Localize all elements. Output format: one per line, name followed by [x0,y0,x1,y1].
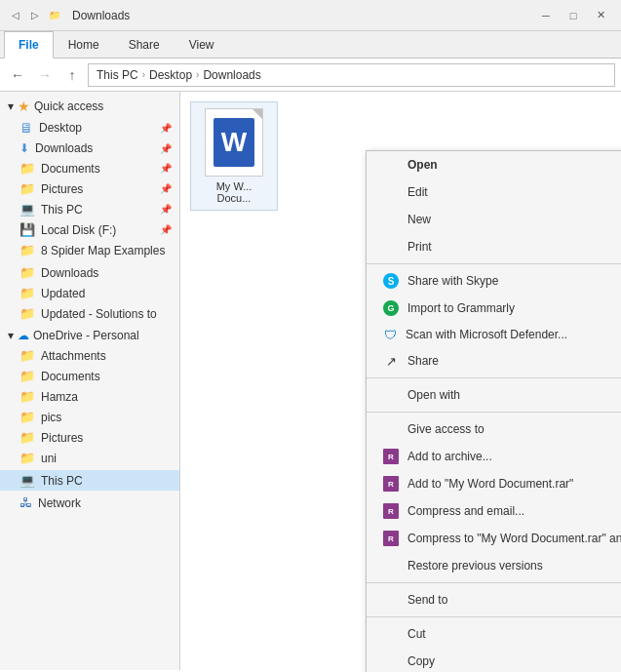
folder-icon-pics-od: 📁 [19,410,35,424]
ctx-divider-4 [367,582,621,583]
tab-view[interactable]: View [175,31,229,58]
file-item-word-doc[interactable]: W My W...Docu... [190,101,278,211]
ctx-edit-label: Edit [408,185,621,199]
close-button[interactable]: ✕ [588,6,613,25]
forward-icon: ▷ [27,8,43,23]
sidebar-item-spider[interactable]: 📁 8 Spider Map Examples [0,240,179,260]
sidebar-item-thispc-label: This PC [41,203,83,217]
ctx-compress-email[interactable]: R Compress and email... [367,497,621,525]
sidebar-item-documents[interactable]: 📁 Documents 📌 [0,158,179,178]
skype-icon: S [382,272,400,290]
sidebar-item-pictures[interactable]: 📁 Pictures 📌 [0,178,179,199]
ctx-share[interactable]: ↗ Share [367,347,621,375]
sidebar-item-attachments[interactable]: 📁 Attachments [0,345,179,366]
ctx-restore-label: Restore previous versions [408,559,621,573]
ctx-copy[interactable]: Copy [367,648,621,672]
drive-icon: 💾 [19,222,35,237]
pin-icon-4: 📌 [160,183,172,194]
sidebar: ▾ ★ Quick access 🖥 Desktop 📌 ⬇ Downloads… [0,92,180,670]
ctx-open[interactable]: Open [367,151,621,178]
sidebar-item-uni-label: uni [41,452,57,465]
back-button[interactable]: ← [6,63,29,87]
ctx-grammarly[interactable]: G Import to Grammarly [367,295,621,322]
maximize-button[interactable]: □ [561,6,586,25]
quick-access-header[interactable]: ▾ ★ Quick access [0,96,179,117]
folder-icon-doc-od: 📁 [19,369,35,383]
path-sep-2: › [196,69,199,80]
sidebar-item-pics[interactable]: 📁 pics [0,407,179,427]
ctx-edit[interactable]: Edit [367,178,621,206]
sidebar-item-pics-label: pics [41,411,61,424]
edit-icon [382,183,400,201]
sidebar-item-desktop-label: Desktop [39,121,82,135]
restore-icon [382,557,400,574]
ctx-share-skype[interactable]: S Share with Skype [367,267,621,295]
ctx-restore-versions[interactable]: Restore previous versions [367,552,621,579]
ctx-print-label: Print [408,240,621,254]
forward-button[interactable]: → [33,63,57,87]
tab-file[interactable]: File [4,31,54,59]
path-segment-downloads[interactable]: Downloads [203,68,260,82]
sidebar-item-localdisk[interactable]: 💾 Local Disk (F:) 📌 [0,219,179,240]
ctx-compress-myword-email[interactable]: R Compress to "My Word Document.rar" and… [367,525,621,552]
sidebar-item-downloads[interactable]: ⬇ Downloads 📌 [0,138,179,158]
ctx-print[interactable]: Print [367,233,621,260]
ctx-divider-2 [367,377,621,378]
ctx-give-access[interactable]: Give access to › [367,415,621,443]
onedrive-header[interactable]: ▾ ☁ OneDrive - Personal [0,326,179,345]
sidebar-item-thispc[interactable]: 💻 This PC 📌 [0,199,179,219]
ctx-divider-3 [367,412,621,413]
main-layout: ▾ ★ Quick access 🖥 Desktop 📌 ⬇ Downloads… [0,92,621,670]
tab-share[interactable]: Share [114,31,175,58]
nav-folders-section: 📁 Downloads 📁 Updated 📁 Updated - Soluti… [0,262,179,324]
path-segment-desktop[interactable]: Desktop [149,68,192,82]
address-path[interactable]: This PC › Desktop › Downloads [88,63,615,87]
window-controls[interactable]: ─ □ ✕ [533,6,613,25]
title-bar-icons: ◁ ▷ 📁 [8,8,62,23]
ctx-new[interactable]: New [367,206,621,233]
sidebar-item-hamza[interactable]: 📁 Hamza [0,386,179,407]
ctx-cut[interactable]: Cut [367,620,621,648]
sidebar-item-updated-solutions[interactable]: 📁 Updated - Solutions to [0,303,179,324]
folder-icon-dl: 📁 [19,265,35,280]
address-bar: ← → ↑ This PC › Desktop › Downloads [0,59,621,92]
sidebar-item-desktop[interactable]: 🖥 Desktop 📌 [0,117,179,138]
onedrive-icon: ☁ [18,329,29,342]
sidebar-item-updated[interactable]: 📁 Updated [0,283,179,303]
defender-icon: 🛡 [382,327,398,342]
sidebar-item-downloads2[interactable]: 📁 Downloads [0,262,179,283]
sidebar-item-pictures-label: Pictures [41,182,83,196]
word-w-letter: W [213,118,254,167]
ctx-cut-label: Cut [408,627,621,641]
file-name-label: My W...Docu... [216,180,252,204]
ctx-skype-label: Share with Skype [408,274,621,288]
tab-home[interactable]: Home [54,31,114,58]
sidebar-item-pictures-od[interactable]: 📁 Pictures [0,427,179,448]
pin-icon: 📌 [160,123,172,134]
onedrive-section: ▾ ☁ OneDrive - Personal 📁 Attachments 📁 … [0,326,179,468]
cut-icon [382,625,400,643]
sidebar-item-documents-od[interactable]: 📁 Documents [0,366,179,386]
ctx-send-to[interactable]: Send to › [367,586,621,613]
quick-access-section: ▾ ★ Quick access 🖥 Desktop 📌 ⬇ Downloads… [0,96,179,260]
up-button[interactable]: ↑ [60,63,84,87]
pc-icon: 💻 [19,202,35,217]
sidebar-item-thispc2[interactable]: 💻 This PC [0,470,179,491]
ctx-share-label: Share [408,354,621,368]
ctx-add-myword[interactable]: R Add to "My Word Document.rar" [367,470,621,497]
new-icon [382,211,400,228]
pin-icon-2: 📌 [160,143,172,154]
ctx-defender[interactable]: 🛡 Scan with Microsoft Defender... [367,322,621,347]
path-segment-thispc[interactable]: This PC [97,68,138,82]
ctx-divider-5 [367,616,621,617]
minimize-button[interactable]: ─ [533,6,559,25]
ribbon-tabs: File Home Share View [0,31,621,58]
title-bar: ◁ ▷ 📁 Downloads ─ □ ✕ [0,0,621,31]
sidebar-item-network[interactable]: 🖧 Network [0,493,179,513]
ctx-open-label: Open [408,158,621,172]
ctx-open-with[interactable]: Open with › [367,381,621,409]
window-title: Downloads [72,9,130,22]
ctx-add-archive[interactable]: R Add to archive... [367,443,621,470]
sidebar-item-uni[interactable]: 📁 uni [0,448,179,468]
sidebar-item-downloads-label: Downloads [35,141,93,155]
